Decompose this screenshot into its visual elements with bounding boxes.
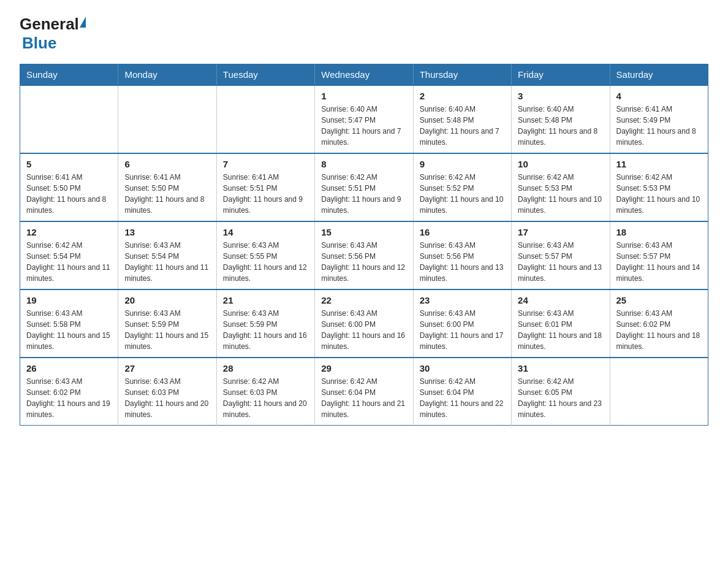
day-info: Sunrise: 6:43 AM Sunset: 6:02 PM Dayligh… (616, 308, 702, 352)
calendar-day-13: 13Sunrise: 6:43 AM Sunset: 5:54 PM Dayli… (118, 221, 216, 289)
calendar-table: SundayMondayTuesdayWednesdayThursdayFrid… (20, 64, 708, 426)
calendar-header-row: SundayMondayTuesdayWednesdayThursdayFrid… (20, 64, 708, 86)
day-number: 27 (124, 363, 210, 373)
logo-general-text: General (20, 15, 79, 34)
day-number: 29 (321, 363, 406, 373)
calendar-day-19: 19Sunrise: 6:43 AM Sunset: 5:58 PM Dayli… (20, 289, 118, 358)
day-info: Sunrise: 6:43 AM Sunset: 5:59 PM Dayligh… (124, 308, 210, 352)
logo: General Blue (20, 15, 86, 53)
day-info: Sunrise: 6:43 AM Sunset: 5:59 PM Dayligh… (223, 308, 308, 352)
calendar-empty-cell (610, 358, 708, 426)
day-info: Sunrise: 6:41 AM Sunset: 5:50 PM Dayligh… (124, 172, 210, 216)
day-info: Sunrise: 6:40 AM Sunset: 5:48 PM Dayligh… (420, 104, 505, 148)
calendar-day-23: 23Sunrise: 6:43 AM Sunset: 6:00 PM Dayli… (413, 289, 511, 358)
day-number: 23 (420, 295, 505, 305)
calendar-day-3: 3Sunrise: 6:40 AM Sunset: 5:48 PM Daylig… (512, 85, 610, 153)
calendar-day-31: 31Sunrise: 6:42 AM Sunset: 6:05 PM Dayli… (512, 358, 610, 426)
calendar-day-12: 12Sunrise: 6:42 AM Sunset: 5:54 PM Dayli… (20, 221, 118, 289)
day-number: 8 (321, 159, 406, 169)
day-number: 9 (420, 159, 505, 169)
calendar-day-30: 30Sunrise: 6:42 AM Sunset: 6:04 PM Dayli… (413, 358, 511, 426)
calendar-day-9: 9Sunrise: 6:42 AM Sunset: 5:52 PM Daylig… (413, 153, 511, 221)
day-info: Sunrise: 6:42 AM Sunset: 5:51 PM Dayligh… (321, 172, 406, 216)
day-number: 3 (518, 91, 603, 101)
calendar-header-thursday: Thursday (413, 64, 511, 86)
day-number: 18 (616, 227, 702, 237)
calendar-week-row: 5Sunrise: 6:41 AM Sunset: 5:50 PM Daylig… (20, 153, 708, 221)
day-number: 11 (616, 159, 702, 169)
day-info: Sunrise: 6:41 AM Sunset: 5:49 PM Dayligh… (616, 104, 702, 148)
calendar-day-25: 25Sunrise: 6:43 AM Sunset: 6:02 PM Dayli… (610, 289, 708, 358)
day-info: Sunrise: 6:43 AM Sunset: 6:00 PM Dayligh… (321, 308, 406, 352)
day-number: 4 (616, 91, 702, 101)
day-number: 2 (420, 91, 505, 101)
calendar-day-17: 17Sunrise: 6:43 AM Sunset: 5:57 PM Dayli… (512, 221, 610, 289)
calendar-header-saturday: Saturday (610, 64, 708, 86)
day-info: Sunrise: 6:40 AM Sunset: 5:47 PM Dayligh… (321, 104, 406, 148)
day-info: Sunrise: 6:42 AM Sunset: 5:52 PM Dayligh… (420, 172, 505, 216)
day-info: Sunrise: 6:42 AM Sunset: 6:04 PM Dayligh… (420, 376, 505, 420)
calendar-day-24: 24Sunrise: 6:43 AM Sunset: 6:01 PM Dayli… (512, 289, 610, 358)
calendar-day-18: 18Sunrise: 6:43 AM Sunset: 5:57 PM Dayli… (610, 221, 708, 289)
day-number: 5 (26, 159, 112, 169)
day-info: Sunrise: 6:43 AM Sunset: 6:00 PM Dayligh… (420, 308, 505, 352)
calendar-day-29: 29Sunrise: 6:42 AM Sunset: 6:04 PM Dayli… (315, 358, 413, 426)
day-number: 30 (420, 363, 505, 373)
day-number: 15 (321, 227, 406, 237)
calendar-day-20: 20Sunrise: 6:43 AM Sunset: 5:59 PM Dayli… (118, 289, 216, 358)
calendar-day-15: 15Sunrise: 6:43 AM Sunset: 5:56 PM Dayli… (315, 221, 413, 289)
calendar-week-row: 12Sunrise: 6:42 AM Sunset: 5:54 PM Dayli… (20, 221, 708, 289)
day-number: 26 (26, 363, 112, 373)
calendar-day-16: 16Sunrise: 6:43 AM Sunset: 5:56 PM Dayli… (413, 221, 511, 289)
day-number: 21 (223, 295, 308, 305)
day-number: 13 (124, 227, 210, 237)
day-info: Sunrise: 6:41 AM Sunset: 5:50 PM Dayligh… (26, 172, 112, 216)
day-number: 24 (518, 295, 603, 305)
day-number: 14 (223, 227, 308, 237)
calendar-day-22: 22Sunrise: 6:43 AM Sunset: 6:00 PM Dayli… (315, 289, 413, 358)
day-info: Sunrise: 6:41 AM Sunset: 5:51 PM Dayligh… (223, 172, 308, 216)
day-number: 7 (223, 159, 308, 169)
day-info: Sunrise: 6:42 AM Sunset: 5:53 PM Dayligh… (616, 172, 702, 216)
calendar-day-8: 8Sunrise: 6:42 AM Sunset: 5:51 PM Daylig… (315, 153, 413, 221)
day-info: Sunrise: 6:43 AM Sunset: 6:03 PM Dayligh… (124, 376, 210, 420)
calendar-day-28: 28Sunrise: 6:42 AM Sunset: 6:03 PM Dayli… (216, 358, 314, 426)
calendar-empty-cell (20, 85, 118, 153)
day-info: Sunrise: 6:43 AM Sunset: 5:56 PM Dayligh… (420, 240, 505, 284)
day-info: Sunrise: 6:42 AM Sunset: 6:03 PM Dayligh… (223, 376, 308, 420)
day-number: 22 (321, 295, 406, 305)
day-number: 6 (124, 159, 210, 169)
day-info: Sunrise: 6:43 AM Sunset: 5:55 PM Dayligh… (223, 240, 308, 284)
calendar-day-6: 6Sunrise: 6:41 AM Sunset: 5:50 PM Daylig… (118, 153, 216, 221)
calendar-day-7: 7Sunrise: 6:41 AM Sunset: 5:51 PM Daylig… (216, 153, 314, 221)
day-number: 25 (616, 295, 702, 305)
day-number: 17 (518, 227, 603, 237)
calendar-day-1: 1Sunrise: 6:40 AM Sunset: 5:47 PM Daylig… (315, 85, 413, 153)
calendar-empty-cell (216, 85, 314, 153)
calendar-day-26: 26Sunrise: 6:43 AM Sunset: 6:02 PM Dayli… (20, 358, 118, 426)
day-info: Sunrise: 6:42 AM Sunset: 5:54 PM Dayligh… (26, 240, 112, 284)
logo-blue-text: Blue (22, 34, 56, 53)
calendar-header-tuesday: Tuesday (216, 64, 314, 86)
calendar-day-14: 14Sunrise: 6:43 AM Sunset: 5:55 PM Dayli… (216, 221, 314, 289)
calendar-week-row: 1Sunrise: 6:40 AM Sunset: 5:47 PM Daylig… (20, 85, 708, 153)
calendar-day-21: 21Sunrise: 6:43 AM Sunset: 5:59 PM Dayli… (216, 289, 314, 358)
calendar-header-wednesday: Wednesday (315, 64, 413, 86)
calendar-empty-cell (118, 85, 216, 153)
calendar-week-row: 26Sunrise: 6:43 AM Sunset: 6:02 PM Dayli… (20, 358, 708, 426)
day-number: 20 (124, 295, 210, 305)
calendar-day-10: 10Sunrise: 6:42 AM Sunset: 5:53 PM Dayli… (512, 153, 610, 221)
logo-triangle-icon (80, 17, 86, 28)
calendar-day-27: 27Sunrise: 6:43 AM Sunset: 6:03 PM Dayli… (118, 358, 216, 426)
day-info: Sunrise: 6:43 AM Sunset: 6:01 PM Dayligh… (518, 308, 603, 352)
calendar-day-5: 5Sunrise: 6:41 AM Sunset: 5:50 PM Daylig… (20, 153, 118, 221)
calendar-day-11: 11Sunrise: 6:42 AM Sunset: 5:53 PM Dayli… (610, 153, 708, 221)
calendar-day-2: 2Sunrise: 6:40 AM Sunset: 5:48 PM Daylig… (413, 85, 511, 153)
calendar-header-monday: Monday (118, 64, 216, 86)
day-info: Sunrise: 6:40 AM Sunset: 5:48 PM Dayligh… (518, 104, 603, 148)
calendar-header-friday: Friday (512, 64, 610, 86)
day-info: Sunrise: 6:43 AM Sunset: 5:56 PM Dayligh… (321, 240, 406, 284)
day-info: Sunrise: 6:42 AM Sunset: 6:05 PM Dayligh… (518, 376, 603, 420)
day-number: 12 (26, 227, 112, 237)
day-info: Sunrise: 6:43 AM Sunset: 5:58 PM Dayligh… (26, 308, 112, 352)
